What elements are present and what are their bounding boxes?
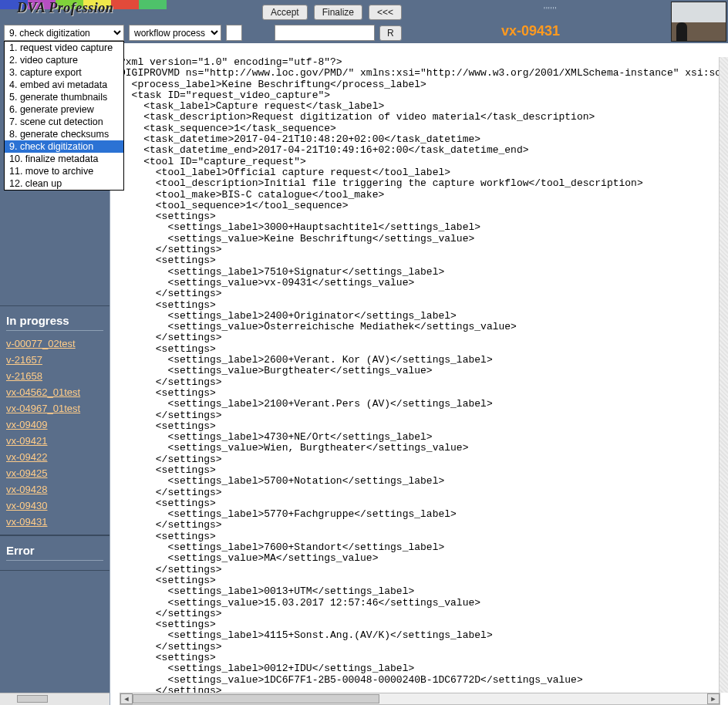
horizontal-scrollbar[interactable]: ◄ ► bbox=[120, 693, 720, 705]
step-option[interactable]: 3. capture export bbox=[5, 66, 123, 79]
step-option[interactable]: 1. request video capture bbox=[5, 42, 123, 54]
step-option[interactable]: 7. scene cut detection bbox=[5, 116, 123, 128]
step-option[interactable]: 12. clean up bbox=[5, 177, 123, 190]
top-dots-decoration: '''''' bbox=[544, 6, 557, 15]
in-progress-item[interactable]: v-00077_02test bbox=[6, 336, 103, 352]
workflow-select[interactable]: workflow process bbox=[129, 25, 221, 41]
in-progress-item[interactable]: vx-09425 bbox=[6, 465, 103, 481]
in-progress-item[interactable]: v-21658 bbox=[6, 368, 103, 384]
sidebar-divider bbox=[6, 330, 103, 331]
in-progress-item[interactable]: vx-09422 bbox=[6, 449, 103, 465]
video-thumbnail[interactable] bbox=[671, 2, 726, 42]
step-option[interactable]: 9. check digitization bbox=[5, 140, 123, 153]
in-progress-list: v-00077_02testv-21657v-21658vx-04562_01t… bbox=[6, 336, 103, 530]
scroll-right-icon[interactable]: ► bbox=[707, 693, 720, 704]
sidebar-section-error: Error bbox=[0, 535, 110, 571]
step-select[interactable]: 9. check digitization bbox=[4, 25, 124, 41]
in-progress-item[interactable]: vx-09409 bbox=[6, 417, 103, 433]
step-option[interactable]: 11. move to archive bbox=[5, 165, 123, 177]
vertical-scrollbar[interactable] bbox=[719, 57, 728, 693]
accept-button[interactable]: Accept bbox=[262, 5, 308, 20]
xml-view[interactable]: ?xml version="1.0" encoding="utf-8"?> DI… bbox=[120, 57, 720, 693]
topbar-button-row: Accept Finalize <<< bbox=[262, 5, 402, 20]
in-progress-item[interactable]: vx-04967_01test bbox=[6, 400, 103, 417]
sidebar-section-in-progress: In progress v-00077_02testv-21657v-21658… bbox=[0, 305, 110, 535]
sidebar-bottom-scrollbar[interactable] bbox=[0, 693, 110, 705]
scroll-left-icon[interactable]: ◄ bbox=[120, 693, 133, 704]
step-option[interactable]: 4. embed avi metadata bbox=[5, 79, 123, 91]
topbar: DVA Profession Accept Finalize <<< 9. ch… bbox=[0, 0, 728, 43]
topbar-control-row: 9. check digitization workflow process R bbox=[4, 25, 402, 41]
step-option[interactable]: 6. generate preview bbox=[5, 103, 123, 116]
error-heading: Error bbox=[6, 541, 103, 558]
in-progress-item[interactable]: vx-09430 bbox=[6, 498, 103, 514]
in-progress-item[interactable]: vx-09431 bbox=[6, 514, 103, 530]
step-option[interactable]: 10. finalize metadata bbox=[5, 153, 123, 165]
content-area: ?xml version="1.0" encoding="utf-8"?> DI… bbox=[110, 43, 728, 705]
brand-logo: DVA Profession bbox=[0, 0, 167, 20]
scroll-thumb[interactable] bbox=[133, 694, 379, 703]
back-button[interactable]: <<< bbox=[369, 5, 402, 20]
finalize-button[interactable]: Finalize bbox=[314, 5, 362, 20]
in-progress-item[interactable]: v-21657 bbox=[6, 352, 103, 368]
search-input[interactable] bbox=[275, 25, 375, 41]
step-option[interactable]: 8. generate checksums bbox=[5, 128, 123, 140]
step-dropdown-panel[interactable]: 1. request video capture2. video capture… bbox=[4, 41, 124, 191]
in-progress-item[interactable]: vx-09421 bbox=[6, 433, 103, 449]
current-job-id: vx-09431 bbox=[501, 23, 560, 39]
in-progress-item[interactable]: vx-04562_01test bbox=[6, 384, 103, 400]
brand-title: DVA Profession bbox=[17, 0, 113, 16]
step-option[interactable]: 2. video capture bbox=[5, 54, 123, 66]
in-progress-heading: In progress bbox=[6, 311, 103, 329]
in-progress-item[interactable]: vx-09428 bbox=[6, 481, 103, 498]
r-button[interactable]: R bbox=[379, 25, 402, 41]
small-button[interactable] bbox=[226, 25, 242, 41]
step-option[interactable]: 5. generate thumbnails bbox=[5, 91, 123, 103]
sidebar-divider bbox=[6, 560, 103, 561]
